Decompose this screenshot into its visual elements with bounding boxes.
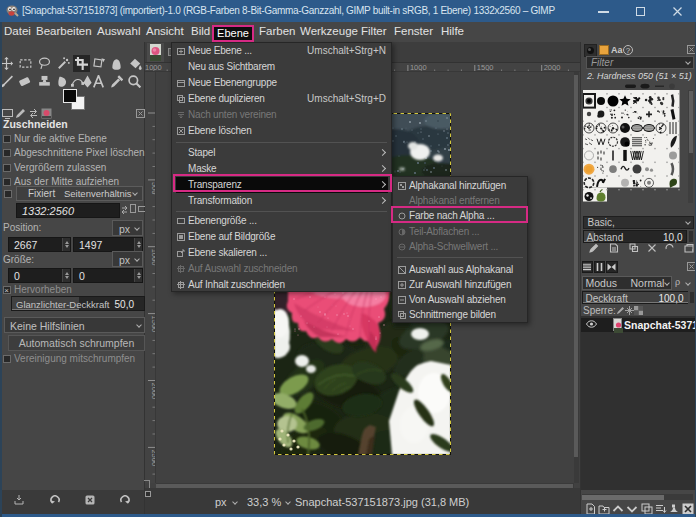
svg-text:1500: 1500 [150, 316, 156, 333]
svg-text:1500: 1500 [477, 63, 494, 72]
svg-text:1000: 1000 [150, 249, 156, 266]
svg-text:500: 500 [150, 182, 156, 195]
svg-text:-1000: -1000 [145, 63, 162, 72]
svg-text:2000: 2000 [544, 63, 561, 72]
svg-text:2500: 2500 [150, 449, 156, 466]
svg-text:2000: 2000 [150, 383, 156, 400]
svg-text:1000: 1000 [410, 63, 427, 72]
